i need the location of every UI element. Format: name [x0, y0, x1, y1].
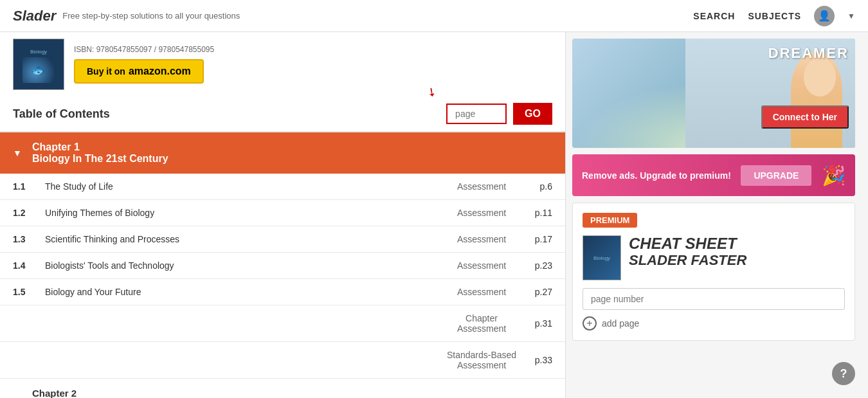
add-page-row[interactable]: + add page	[583, 316, 845, 330]
section-1-2-page: p.11	[520, 208, 552, 218]
book-amazon-area: ISBN: 9780547855097 / 9780547855095 Buy …	[74, 45, 214, 84]
amazon-buy-button[interactable]: Buy it on amazon.com	[74, 59, 204, 84]
chapter2-header[interactable]: Chapter 2	[0, 379, 565, 398]
subjects-nav[interactable]: SUBJECTS	[748, 11, 801, 21]
section-1-4-type: Assessment	[443, 260, 520, 271]
section-1-4-title: Biologists' Tools and Technology	[45, 260, 443, 271]
chapter2-label: Chapter 2	[32, 388, 77, 398]
chapter-assessment-row[interactable]: Chapter Assessment p.31	[0, 305, 565, 342]
page-input-wrapper	[446, 104, 507, 124]
section-1-1-title: The Study of Life	[45, 181, 443, 192]
page-layout: Biology 🐟 ISBN: 9780547855097 / 97805478…	[0, 32, 868, 398]
chapter1-name: Biology In The 21st Century	[32, 153, 552, 165]
section-1-1-num: 1.1	[13, 181, 45, 192]
section-1-3-page: p.17	[520, 234, 552, 244]
user-avatar[interactable]: 👤	[814, 6, 835, 26]
premium-section: PREMIUM Biology CHEAT SHEET SLADER FASTE…	[572, 203, 855, 341]
section-1-3-type: Assessment	[443, 234, 520, 244]
site-logo[interactable]: Slader	[13, 8, 56, 24]
cheat-sheet-line1: CHEAT SHEET	[629, 235, 746, 252]
section-1-3-title: Scientific Thinking and Processes	[45, 234, 443, 244]
search-nav[interactable]: SEARCH	[693, 11, 735, 21]
premium-content: Biology CHEAT SHEET SLADER FASTER	[583, 235, 845, 280]
toc-header-area: Table of Contents ➘ GO	[0, 96, 565, 132]
section-1-2-type: Assessment	[443, 208, 520, 218]
book-cover: Biology 🐟	[13, 39, 64, 90]
section-1-2-row[interactable]: ➜ 1.2 Unifying Themes of Biology Assessm…	[0, 200, 565, 226]
section-1-1-row[interactable]: 1.1 The Study of Life Assessment p.6	[0, 174, 565, 200]
amazon-logo: amazon.com	[129, 66, 191, 77]
section-1-5-row[interactable]: ➘ 1.5 Biology and Your Future Assessment…	[0, 279, 565, 305]
book-header: Biology 🐟 ISBN: 9780547855097 / 97805478…	[0, 39, 565, 96]
section-1-2-num: 1.2	[13, 208, 45, 218]
page-input[interactable]	[448, 105, 505, 123]
section-1-1-type: Assessment	[443, 181, 520, 192]
cheat-sheet-text-area: CHEAT SHEET SLADER FASTER	[629, 235, 746, 269]
chapter1-info: Chapter 1 Biology In The 21st Century	[32, 141, 552, 165]
toc-title: Table of Contents	[13, 107, 440, 121]
chapter1-row: ➜ ▼ Chapter 1 Biology In The 21st Centur…	[0, 132, 565, 174]
page-number-input[interactable]	[583, 288, 845, 310]
dreamer-connect-button[interactable]: Connect to Her	[761, 105, 849, 129]
upgrade-text: Remove ads. Upgrade to premium!	[582, 170, 731, 181]
section-1-2-title: Unifying Themes of Biology	[45, 208, 443, 218]
section-1-5-type: Assessment	[443, 287, 520, 297]
isbn-text: ISBN: 9780547855097 / 9780547855095	[74, 45, 214, 54]
section-1-4-row[interactable]: ➘ 1.4 Biologists' Tools and Technology A…	[0, 253, 565, 279]
cheat-sheet-line2: SLADER FASTER	[629, 252, 746, 269]
section-1-4-page: p.23	[520, 260, 552, 271]
section-1-3-num: 1.3	[13, 234, 45, 244]
dreamer-ad-title: DREAMER	[768, 45, 849, 62]
header-nav: SEARCH SUBJECTS 👤 ▼	[693, 6, 855, 26]
header-tagline: Free step-by-step solutions to all your …	[62, 11, 240, 21]
standards-assessment-type: Standards-Based Assessment	[443, 350, 520, 370]
chapter1-header[interactable]: ▼ Chapter 1 Biology In The 21st Century	[0, 132, 565, 174]
upgrade-button[interactable]: UPGRADE	[741, 165, 811, 186]
amazon-btn-label: Buy it on	[87, 66, 125, 77]
help-button[interactable]: ?	[832, 362, 855, 385]
chevron-down-icon[interactable]: ▼	[847, 12, 855, 21]
dreamer-ad[interactable]: DREAMER Connect to Her	[572, 39, 855, 148]
chapter-assessment-type: Chapter Assessment	[443, 313, 520, 334]
go-button[interactable]: GO	[513, 103, 552, 125]
chapter1-number: Chapter 1	[32, 141, 552, 153]
sidebar: DREAMER Connect to Her Remove ads. Upgra…	[566, 32, 862, 398]
chapter-assessment-page: p.31	[520, 318, 552, 329]
add-page-icon: +	[583, 316, 597, 330]
premium-badge: PREMIUM	[583, 213, 637, 228]
upgrade-icon: 🎉	[822, 164, 845, 186]
section-1-4-num: 1.4	[13, 260, 45, 271]
add-page-label: add page	[602, 318, 639, 329]
section-1-3-row[interactable]: 1.3 Scientific Thinking and Processes As…	[0, 226, 565, 253]
section-1-5-title: Biology and Your Future	[45, 287, 443, 297]
header: Slader Free step-by-step solutions to al…	[0, 0, 868, 32]
section-1-1-page: p.6	[520, 181, 552, 192]
standards-assessment-page: p.33	[520, 355, 552, 365]
chapter1-collapse-icon[interactable]: ▼	[13, 148, 22, 158]
section-1-5-num: 1.5	[13, 287, 45, 297]
biology-book-cover: Biology	[583, 235, 621, 280]
section-1-5-page: p.27	[520, 287, 552, 297]
upgrade-box: Remove ads. Upgrade to premium! UPGRADE …	[572, 154, 855, 196]
main-content: Biology 🐟 ISBN: 9780547855097 / 97805478…	[0, 32, 566, 398]
standards-assessment-row[interactable]: Standards-Based Assessment p.33	[0, 342, 565, 379]
